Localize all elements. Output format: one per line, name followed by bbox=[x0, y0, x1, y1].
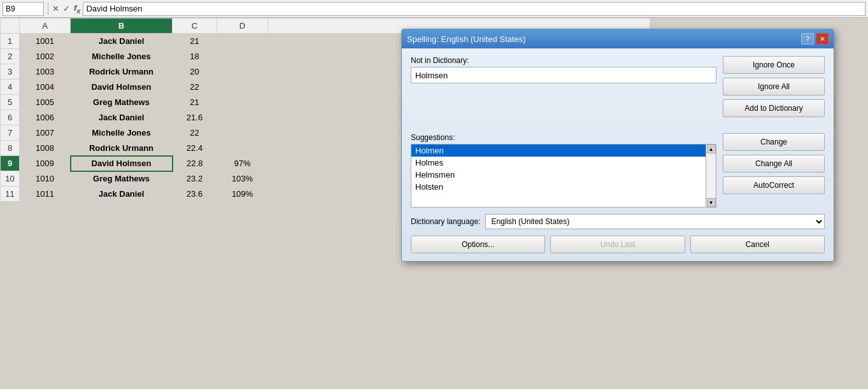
help-button[interactable]: ? bbox=[801, 33, 814, 45]
cell-d2[interactable] bbox=[217, 49, 268, 64]
suggestion-item[interactable]: Holsten bbox=[411, 181, 706, 193]
dialog-controls: ? ✕ bbox=[801, 33, 829, 45]
cell-b6[interactable]: Jack Daniel bbox=[71, 110, 173, 125]
confirm-formula-icon[interactable]: ✓ bbox=[63, 4, 70, 13]
row-header-9[interactable]: 9 bbox=[1, 156, 20, 171]
cell-d4[interactable] bbox=[217, 80, 268, 95]
cell-c4[interactable]: 22 bbox=[173, 80, 217, 95]
cell-d3[interactable] bbox=[217, 64, 268, 80]
cell-d10[interactable]: 103% bbox=[217, 171, 268, 187]
dialog-titlebar: Spelling: English (United States) ? ✕ bbox=[402, 29, 834, 48]
cell-d11[interactable]: 109% bbox=[217, 187, 268, 202]
cell-c8[interactable]: 22.4 bbox=[173, 141, 217, 156]
suggestions-wrapper: HolmenHolmesHelmsmenHolsten ▲ ▼ bbox=[411, 144, 716, 208]
ignore-all-button[interactable]: Ignore All bbox=[723, 78, 825, 95]
cell-d8[interactable] bbox=[217, 141, 268, 156]
cell-a4[interactable]: 1004 bbox=[20, 80, 71, 95]
scrollbar-thumb bbox=[706, 153, 716, 198]
suggestions-label: Suggestions: bbox=[411, 133, 716, 142]
row-header-10[interactable]: 10 bbox=[1, 171, 20, 187]
row-header-2[interactable]: 2 bbox=[1, 49, 20, 64]
dict-lang-select[interactable]: English (United States) bbox=[485, 214, 825, 229]
cancel-button[interactable]: Cancel bbox=[690, 236, 825, 253]
bottom-buttons: Options... Undo Last Cancel bbox=[411, 236, 825, 253]
row-header-6[interactable]: 6 bbox=[1, 110, 20, 125]
cancel-formula-icon[interactable]: ✕ bbox=[52, 4, 59, 13]
cell-c1[interactable]: 21 bbox=[173, 34, 217, 49]
cell-ref-value: B9 bbox=[6, 4, 15, 13]
change-button[interactable]: Change bbox=[723, 133, 825, 151]
cell-d5[interactable] bbox=[217, 95, 268, 110]
change-buttons: Change Change All AutoCorrect bbox=[723, 133, 825, 208]
suggestion-item[interactable]: Helmsmen bbox=[411, 169, 706, 181]
cell-a10[interactable]: 1010 bbox=[20, 171, 71, 187]
cell-a2[interactable]: 1002 bbox=[20, 49, 71, 64]
cell-c9[interactable]: 22.8 bbox=[173, 156, 217, 171]
cell-d9[interactable]: 97% bbox=[217, 156, 268, 171]
cell-b4[interactable]: David Holmsen bbox=[71, 80, 173, 95]
cell-ref-box[interactable]: B9 bbox=[3, 2, 44, 16]
scroll-up-arrow[interactable]: ▲ bbox=[707, 145, 716, 153]
cell-a6[interactable]: 1006 bbox=[20, 110, 71, 125]
undo-last-button[interactable]: Undo Last bbox=[550, 236, 685, 253]
cell-a9[interactable]: 1009 bbox=[20, 156, 71, 171]
cell-b11[interactable]: Jack Daniel bbox=[71, 187, 173, 202]
row-header-3[interactable]: 3 bbox=[1, 64, 20, 80]
cell-c11[interactable]: 23.6 bbox=[173, 187, 217, 202]
options-button[interactable]: Options... bbox=[411, 236, 545, 253]
dialog-left: Not in Dictionary: bbox=[411, 56, 716, 127]
cell-c5[interactable]: 21 bbox=[173, 95, 217, 110]
cell-a11[interactable]: 1011 bbox=[20, 187, 71, 202]
cell-c3[interactable]: 20 bbox=[173, 64, 217, 80]
close-button[interactable]: ✕ bbox=[816, 33, 829, 45]
row-header-4[interactable]: 4 bbox=[1, 80, 20, 95]
suggestion-item[interactable]: Holmes bbox=[411, 157, 706, 169]
not-in-dict-label: Not in Dictionary: bbox=[411, 56, 716, 65]
cell-c10[interactable]: 23.2 bbox=[173, 171, 217, 187]
col-header-a[interactable]: A bbox=[20, 18, 71, 34]
col-header-d[interactable]: D bbox=[217, 18, 268, 34]
formula-bar-divider bbox=[48, 3, 48, 15]
cell-b8[interactable]: Rodrick Urmann bbox=[71, 141, 173, 156]
row-header-1[interactable]: 1 bbox=[1, 34, 20, 49]
ignore-once-button[interactable]: Ignore Once bbox=[723, 56, 825, 74]
cell-a7[interactable]: 1007 bbox=[20, 125, 71, 141]
suggestions-list[interactable]: HolmenHolmesHelmsmenHolsten bbox=[411, 144, 706, 208]
cell-b10[interactable]: Greg Mathews bbox=[71, 171, 173, 187]
autocorrect-button[interactable]: AutoCorrect bbox=[723, 176, 825, 194]
row-header-8[interactable]: 8 bbox=[1, 141, 20, 156]
change-all-button[interactable]: Change All bbox=[723, 155, 825, 173]
cell-a5[interactable]: 1005 bbox=[20, 95, 71, 110]
cell-d1[interactable] bbox=[217, 34, 268, 49]
cell-a8[interactable]: 1008 bbox=[20, 141, 71, 156]
function-icon[interactable]: fx bbox=[74, 3, 80, 15]
cell-b3[interactable]: Rodrick Urmann bbox=[71, 64, 173, 80]
cell-c6[interactable]: 21.6 bbox=[173, 110, 217, 125]
dialog-right-buttons: Ignore Once Ignore All Add to Dictionary bbox=[723, 56, 825, 127]
cell-b1[interactable]: Jack Daniel bbox=[71, 34, 173, 49]
scroll-down-arrow[interactable]: ▼ bbox=[707, 198, 716, 207]
col-header-b[interactable]: B bbox=[71, 18, 173, 34]
row-header-5[interactable]: 5 bbox=[1, 95, 20, 110]
cell-b7[interactable]: Michelle Jones bbox=[71, 125, 173, 141]
add-to-dictionary-button[interactable]: Add to Dictionary bbox=[723, 99, 825, 117]
row-header-11[interactable]: 11 bbox=[1, 187, 20, 202]
cell-c7[interactable]: 22 bbox=[173, 125, 217, 141]
formula-input[interactable] bbox=[83, 2, 865, 16]
spelling-dialog: Spelling: English (United States) ? ✕ No… bbox=[401, 29, 834, 262]
not-in-dict-input[interactable] bbox=[411, 67, 716, 83]
cell-c2[interactable]: 18 bbox=[173, 49, 217, 64]
suggestion-item[interactable]: Holmen bbox=[411, 145, 706, 157]
dialog-overlay: Spelling: English (United States) ? ✕ No… bbox=[395, 22, 837, 347]
scrollbar-track: ▲ ▼ bbox=[706, 144, 716, 208]
cell-b2[interactable]: Michelle Jones bbox=[71, 49, 173, 64]
cell-b9[interactable]: David Holmsen bbox=[71, 156, 173, 171]
col-header-c[interactable]: C bbox=[173, 18, 217, 34]
cell-a1[interactable]: 1001 bbox=[20, 34, 71, 49]
cell-a3[interactable]: 1003 bbox=[20, 64, 71, 80]
cell-b5[interactable]: Greg Mathews bbox=[71, 95, 173, 110]
dict-lang-label: Dictionary language: bbox=[411, 217, 480, 226]
cell-d6[interactable] bbox=[217, 110, 268, 125]
row-header-7[interactable]: 7 bbox=[1, 125, 20, 141]
cell-d7[interactable] bbox=[217, 125, 268, 141]
